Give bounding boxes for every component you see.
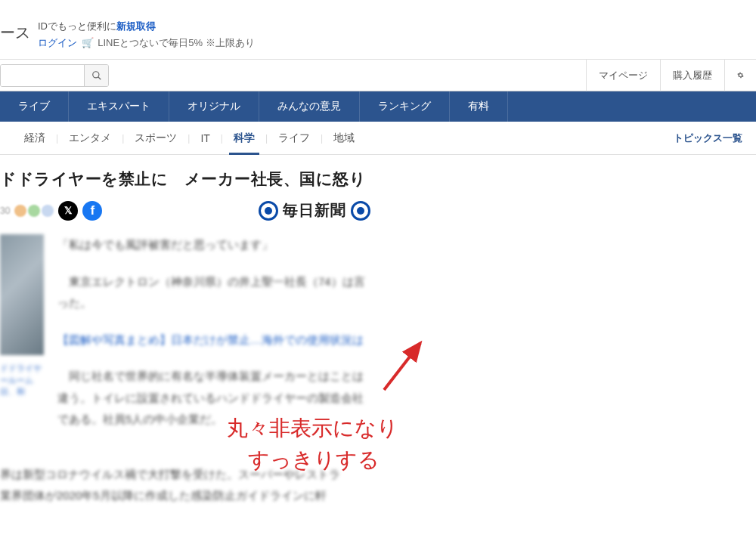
utility-bar: マイページ 購入履歴 — [0, 60, 756, 91]
site-logo: ース — [0, 18, 38, 43]
nav-original[interactable]: オリジナル — [169, 91, 259, 122]
top-header: ース IDでもっと便利に新規取得 ログイン 🛒 LINEとつないで毎日5% ※上… — [0, 0, 756, 60]
cat-region[interactable]: 地域 — [323, 122, 365, 155]
search-box — [0, 64, 109, 87]
related-link[interactable]: 【図解や写真まとめ】日本だけが禁止…海外での使用状況は — [57, 329, 370, 351]
primary-nav: ライブ エキスパート オリジナル みんなの意見 ランキング 有料 — [0, 91, 756, 122]
gear-icon — [737, 69, 744, 82]
search-icon — [91, 70, 102, 81]
thumbnail-column: ドドライヤールーム日、和 — [0, 234, 44, 446]
annotation-arrow-icon — [378, 335, 431, 396]
login-link[interactable]: ログイン — [38, 37, 77, 48]
nav-expert[interactable]: エキスパート — [69, 91, 169, 122]
cart-icon: 🛒 — [82, 37, 94, 48]
cat-science[interactable]: 科学 — [223, 122, 265, 155]
share-x-button[interactable]: 𝕏 — [58, 201, 78, 221]
cat-sports[interactable]: スポーツ — [124, 122, 187, 155]
article-meta: 30 𝕏 f 毎日新聞 — [0, 200, 370, 221]
svg-line-2 — [384, 343, 420, 390]
mypage-link[interactable]: マイページ — [586, 60, 660, 91]
article-quote: 「私は今でも風評被害だと思っています」 — [57, 234, 370, 256]
article-thumbnail[interactable] — [0, 234, 44, 355]
reaction-avatars — [14, 205, 54, 217]
cat-economy[interactable]: 経済 — [14, 122, 56, 155]
svg-point-0 — [92, 71, 98, 77]
nav-ranking[interactable]: ランキング — [360, 91, 450, 122]
nav-opinion[interactable]: みんなの意見 — [259, 91, 360, 122]
cat-entertainment[interactable]: エンタメ — [58, 122, 122, 155]
login-promo-text: IDでもっと便利に — [38, 20, 116, 32]
purchase-history-link[interactable]: 購入履歴 — [660, 60, 724, 91]
register-link[interactable]: 新規取得 — [116, 20, 156, 32]
article-source: 毎日新聞 — [259, 200, 370, 221]
article-para3: 界は新型コロナウイルス禍で大打撃を受けた。スーパーやレストラ業界団体が2020年… — [0, 464, 348, 507]
nav-live[interactable]: ライブ — [0, 91, 69, 122]
thumbnail-caption: ドドライヤールーム日、和 — [0, 363, 44, 397]
article-body: ドドライヤールーム日、和 「私は今でも風評被害だと思っています」 東京エレクトロ… — [0, 234, 370, 446]
source-logo-icon — [259, 201, 278, 221]
article: ドドライヤーを禁止に メーカー社長、国に怒り 30 𝕏 f 毎日新聞 ドドライヤ… — [0, 155, 370, 507]
search-wrap — [0, 60, 109, 91]
topics-list-link[interactable]: トピックス一覧 — [674, 131, 742, 145]
search-button[interactable] — [84, 65, 108, 86]
article-para1: 東京エレクトロン（神奈川県）の井上聖一社長（74）は言った。 — [57, 271, 370, 314]
user-links: マイページ 購入履歴 — [586, 60, 756, 91]
text-column: 「私は今でも風評被害だと思っています」 東京エレクトロン（神奈川県）の井上聖一社… — [57, 234, 370, 446]
share-facebook-button[interactable]: f — [82, 201, 102, 221]
article-para2: 同じ社名で世界的に有名な半導体装置メーカーとはことは違う。トイレに設置されている… — [57, 366, 370, 431]
login-area: IDでもっと便利に新規取得 ログイン 🛒 LINEとつないで毎日5% ※上限あり — [38, 18, 255, 51]
search-input[interactable] — [1, 65, 84, 86]
cat-it[interactable]: IT — [190, 122, 220, 155]
promo-text: LINEとつないで毎日5% ※上限あり — [98, 37, 254, 48]
source-logo-icon — [351, 201, 370, 221]
article-time: 30 — [0, 206, 10, 216]
nav-paid[interactable]: 有料 — [450, 91, 508, 122]
cat-life[interactable]: ライフ — [268, 122, 321, 155]
svg-line-1 — [98, 76, 101, 79]
settings-button[interactable] — [724, 60, 756, 91]
source-name: 毎日新聞 — [283, 200, 346, 221]
article-title: ドドライヤーを禁止に メーカー社長、国に怒り — [0, 168, 370, 190]
category-nav: 経済| エンタメ| スポーツ| IT| 科学| ライフ| 地域 トピックス一覧 — [0, 122, 756, 155]
